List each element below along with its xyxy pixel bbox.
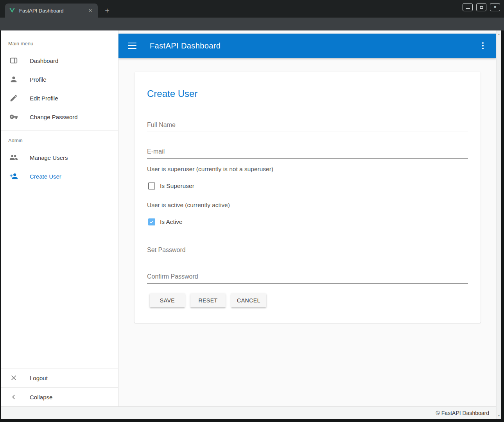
sidebar: Main menu Dashboard Profile Edit Profile (1, 30, 118, 406)
app-title: FastAPI Dashboard (150, 41, 221, 50)
checkmark-icon (149, 219, 154, 225)
form-title: Create User (147, 88, 197, 99)
scroll-up-icon[interactable]: ▲ (497, 33, 501, 36)
sidebar-item-create-user[interactable]: Create User (1, 167, 118, 186)
tab-strip: FastAPI Dashboard ✕ + ✕ (0, 0, 504, 18)
window-close-button[interactable]: ✕ (490, 3, 500, 11)
maximize-icon (480, 6, 483, 9)
close-x-icon (9, 374, 18, 382)
superuser-checkbox-row: Is Superuser (148, 182, 194, 190)
chevron-left-icon (9, 393, 18, 401)
superuser-hint: User is superuser (currently is not a su… (147, 166, 273, 173)
sidebar-item-label: Collapse (30, 394, 52, 401)
browser-toolbar: localhost/main/admin/users/create (0, 18, 504, 30)
app-footer: © FastAPI Dashboard (1, 406, 496, 419)
pencil-icon (9, 94, 18, 102)
set-password-input[interactable] (147, 245, 468, 257)
tab-close-icon[interactable]: ✕ (87, 7, 94, 14)
page-scrollbar[interactable]: ▲ ▼ (496, 30, 501, 419)
create-user-card: Create User User is superuser (currently… (135, 72, 481, 323)
active-checkbox[interactable] (148, 218, 155, 225)
sidebar-item-label: Create User (30, 173, 61, 180)
sidebar-bottom: Logout Collapse (1, 368, 118, 406)
sidebar-item-label: Logout (30, 375, 48, 381)
save-button[interactable]: SAVE (150, 293, 185, 308)
sidebar-section-admin: Admin (1, 131, 118, 148)
sidebar-item-change-password[interactable]: Change Password (1, 107, 118, 126)
confirm-password-input[interactable] (147, 272, 468, 284)
sidebar-item-label: Manage Users (30, 154, 68, 161)
new-tab-button[interactable]: + (102, 5, 113, 16)
active-checkbox-label[interactable]: Is Active (160, 218, 183, 225)
window-maximize-button[interactable] (476, 3, 486, 11)
key-icon (9, 113, 18, 121)
sidebar-item-collapse[interactable]: Collapse (1, 388, 118, 406)
full-name-input[interactable] (147, 120, 468, 132)
sidebar-item-dashboard[interactable]: Dashboard (1, 51, 118, 70)
window-minimize-button[interactable] (463, 3, 473, 11)
form-buttons: SAVE RESET CANCEL (150, 293, 272, 308)
hamburger-menu-icon[interactable] (128, 43, 136, 49)
vue-favicon-icon (9, 7, 15, 14)
active-hint: User is active (currently active) (147, 202, 230, 209)
dashboard-icon (9, 56, 18, 65)
browser-tab[interactable]: FastAPI Dashboard ✕ (5, 4, 98, 18)
close-icon: ✕ (493, 5, 497, 9)
sidebar-item-logout[interactable]: Logout (1, 368, 118, 387)
sidebar-section-main-menu: Main menu (1, 30, 118, 51)
scroll-down-icon[interactable]: ▼ (497, 414, 501, 417)
sidebar-item-label: Dashboard (30, 57, 58, 64)
active-checkbox-row: Is Active (148, 218, 183, 225)
email-input[interactable] (147, 147, 468, 159)
browser-window: FastAPI Dashboard ✕ + ✕ localhost/main/a (0, 0, 504, 422)
sidebar-item-label: Change Password (30, 114, 78, 120)
person-add-icon (9, 172, 18, 181)
app-menu-button[interactable] (482, 42, 484, 49)
sidebar-item-label: Edit Profile (30, 95, 58, 102)
people-icon (9, 153, 18, 162)
tab-title: FastAPI Dashboard (19, 8, 87, 14)
superuser-checkbox-label[interactable]: Is Superuser (160, 182, 194, 190)
window-controls: ✕ (463, 3, 500, 11)
page-viewport: FastAPI Dashboard Main menu Dashboard Pr… (1, 30, 501, 419)
person-icon (9, 75, 18, 84)
sidebar-item-profile[interactable]: Profile (1, 70, 118, 89)
copyright-text: © FastAPI Dashboard (436, 410, 489, 416)
sidebar-item-edit-profile[interactable]: Edit Profile (1, 89, 118, 107)
reset-button[interactable]: RESET (190, 293, 226, 308)
minimize-icon (466, 8, 470, 9)
sidebar-item-manage-users[interactable]: Manage Users (1, 148, 118, 167)
sidebar-item-label: Profile (30, 76, 47, 83)
cancel-button[interactable]: CANCEL (231, 293, 266, 308)
app-header: FastAPI Dashboard (118, 34, 496, 58)
superuser-checkbox[interactable] (148, 182, 155, 190)
